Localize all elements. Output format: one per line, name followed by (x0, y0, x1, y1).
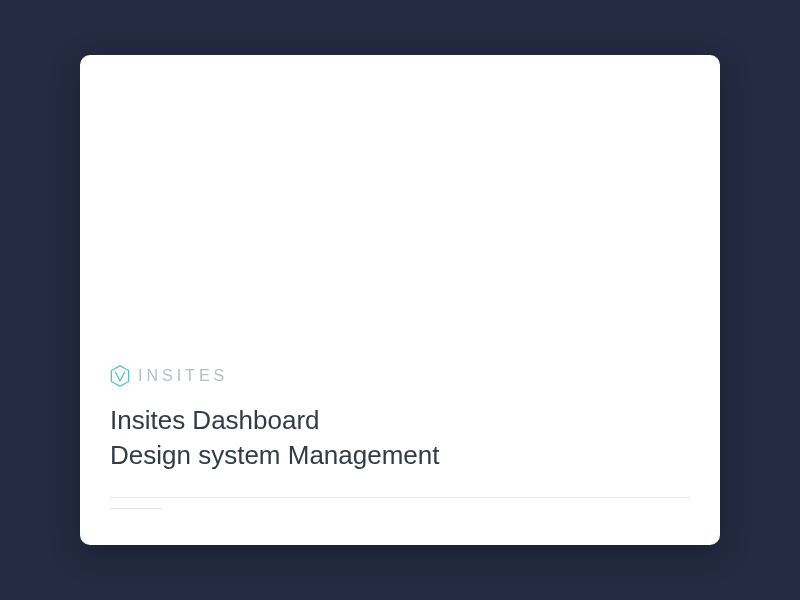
brand-name: INSITES (138, 367, 228, 385)
title-line-1: Insites Dashboard (110, 405, 320, 435)
brand-row: INSITES (110, 365, 690, 387)
card-title: Insites Dashboard Design system Manageme… (110, 403, 690, 473)
preview-card: INSITES Insites Dashboard Design system … (80, 55, 720, 545)
partial-divider (110, 508, 162, 509)
divider-line (110, 497, 690, 498)
title-line-2: Design system Management (110, 440, 439, 470)
insites-logo-icon (110, 365, 130, 387)
